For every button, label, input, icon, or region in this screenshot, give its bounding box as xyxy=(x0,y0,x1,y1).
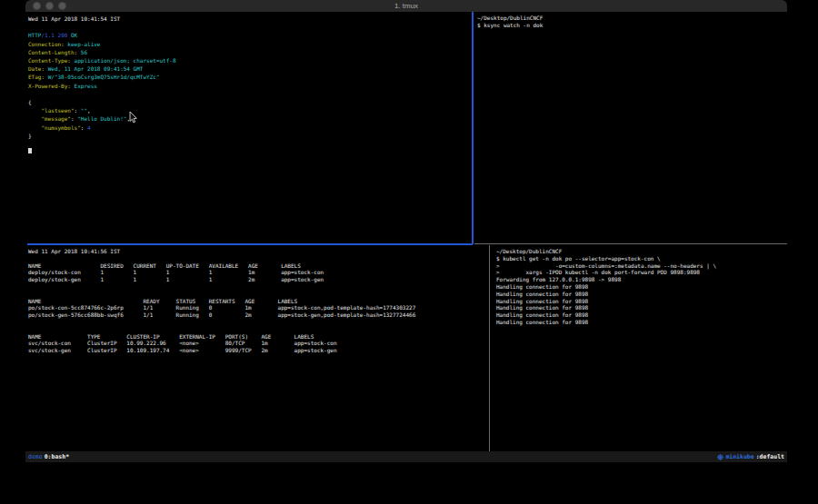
terminal-text: Handling connection for 9898 xyxy=(496,283,588,290)
terminal-line: ~/Desktop/DublinCNCF xyxy=(477,15,790,22)
terminal-text: X-Powered-By: xyxy=(28,83,71,89)
terminal-text: Content-Length: xyxy=(28,49,77,55)
terminal-text: W/"38-05coCsrg3mQ75sHr1d/qcMTwYZc" xyxy=(45,74,159,80)
terminal-text: "" xyxy=(81,107,87,114)
terminal-line: Handling connection for 9898 xyxy=(496,283,792,291)
helm-wheel-icon xyxy=(717,454,723,460)
session-name: demo xyxy=(28,453,43,460)
terminal-text: 56 xyxy=(77,49,87,55)
terminal-text: } xyxy=(28,133,32,139)
terminal-line: Connection: keep-alive xyxy=(28,40,474,48)
window-title: 1. tmux xyxy=(25,0,787,12)
terminal-line: NAME TYPE CLUSTER-IP EXTERNAL-IP PORT(S)… xyxy=(28,333,492,341)
terminal-text: application/json; charset=utf-8 xyxy=(71,57,176,64)
terminal-cursor xyxy=(28,148,32,153)
terminal-line: } xyxy=(28,132,474,140)
terminal-text: Express xyxy=(71,83,97,89)
terminal-line: NAME DESIRED CURRENT UP-TO-DATE AVAILABL… xyxy=(28,262,492,270)
terminal-text: Wed, 11 Apr 2018 09:41:54 GMT xyxy=(45,65,143,72)
terminal-text: ETag: xyxy=(28,74,45,80)
kube-context: minikube xyxy=(725,453,753,460)
pane-ksync[interactable]: ~/Desktop/DublinCNCF$ ksync watch -n dok xyxy=(474,12,790,246)
terminal-text: Content-Type: xyxy=(28,57,71,64)
terminal-line: deploy/stock-con 1 1 1 1 1m app=stock-co… xyxy=(28,269,492,276)
terminal-text: : xyxy=(75,107,81,114)
pane-kubectl-get[interactable]: Wed 11 Apr 2018 10:41:56 IST NAME DESIRE… xyxy=(25,245,492,454)
terminal-text: Date: xyxy=(28,65,45,72)
terminal-line: Date: Wed, 11 Apr 2018 09:41:54 GMT xyxy=(28,64,474,73)
terminal-text: /1.1 200 xyxy=(41,32,71,38)
window-tab[interactable]: 0:bash* xyxy=(45,453,69,460)
terminal-line: > -o=custom-columns=:metadata.name --no-… xyxy=(496,262,792,270)
terminal-text: svc/stock-gen ClusterIP 10.109.197.74 <n… xyxy=(28,347,337,353)
terminal-text: NAME TYPE CLUSTER-IP EXTERNAL-IP PORT(S)… xyxy=(28,333,314,340)
terminal-text: , xyxy=(87,107,91,114)
terminal-text: $ kubectl get -n dok po --selector=app=s… xyxy=(496,255,661,262)
kube-namespace: :default xyxy=(756,453,784,460)
pane-port-forward[interactable]: ~/Desktop/DublinCNCF$ kubectl get -n dok… xyxy=(492,245,792,454)
terminal-line: Handling connection for 9898 xyxy=(496,298,792,305)
terminal-line: NAME READY STATUS RESTARTS AGE LABELS xyxy=(28,298,492,305)
terminal-line: "numsymbols": 4 xyxy=(28,124,474,132)
terminal-text: Connection: xyxy=(28,41,65,47)
terminal-text: Handling connection for 9898 xyxy=(496,291,588,297)
terminal-line xyxy=(28,326,492,333)
pane-divider-horizontal-right[interactable] xyxy=(474,243,787,244)
terminal-text: po/stock-gen-576cc688bb-swqf6 1/1 Runnin… xyxy=(28,311,415,318)
terminal-text: po/stock-con-5cc874766c-2p6rp 1/1 Runnin… xyxy=(28,304,415,311)
terminal-text: ~/Desktop/DublinCNCF xyxy=(496,248,562,254)
terminal-line: "message": "Hello Dublin!", xyxy=(28,114,474,123)
terminal-text: Handling connection for 9898 xyxy=(496,311,588,318)
pane-divider-vertical-top[interactable] xyxy=(472,12,474,244)
terminal-text: NAME DESIRED CURRENT UP-TO-DATE AVAILABL… xyxy=(28,262,301,269)
terminal-text: ~/Desktop/DublinCNCF xyxy=(477,15,543,21)
terminal-text: Wed 11 Apr 2018 10:41:54 IST xyxy=(28,15,120,22)
terminal-text: NAME READY STATUS RESTARTS AGE LABELS xyxy=(28,298,297,304)
terminal-line: po/stock-con-5cc874766c-2p6rp 1/1 Runnin… xyxy=(28,304,492,311)
terminal-text: { xyxy=(28,99,32,105)
terminal-text: Handling connection for 9898 xyxy=(496,304,588,311)
terminal-line: Content-Type: application/json; charset=… xyxy=(28,56,474,64)
terminal-line xyxy=(28,23,474,31)
terminal-text: OK xyxy=(71,32,77,38)
terminal-line: Forwarding from 127.0.0.1:9898 -> 9898 xyxy=(496,276,792,283)
terminal-text: svc/stock-con ClusterIP 10.99.222.96 <no… xyxy=(28,340,337,346)
terminal-line: po/stock-gen-576cc688bb-swqf6 1/1 Runnin… xyxy=(28,311,492,319)
terminal-text: HTTP xyxy=(28,32,41,38)
terminal-line xyxy=(28,140,474,148)
terminal-line: { xyxy=(28,98,474,106)
pane-divider-vertical-bottom[interactable] xyxy=(489,245,490,451)
terminal-line: Wed 11 Apr 2018 10:41:54 IST xyxy=(28,15,474,23)
pane-divider-horizontal-left[interactable] xyxy=(27,243,473,245)
terminal-text: Handling connection for 9898 xyxy=(496,319,588,325)
title-bar[interactable]: 1. tmux xyxy=(25,0,787,12)
terminal-line xyxy=(28,319,492,326)
terminal-line: $ kubectl get -n dok po --selector=app=s… xyxy=(496,255,792,262)
terminal-line: ~/Desktop/DublinCNCF xyxy=(496,248,792,255)
terminal-text: "message" xyxy=(28,115,71,122)
terminal-text: "Hello Dublin!" xyxy=(77,115,126,122)
terminal-text: keep-alive xyxy=(65,41,101,47)
terminal-text: deploy/stock-con 1 1 1 1 1m app=stock-co… xyxy=(28,269,324,275)
terminal-text: Wed 11 Apr 2018 10:41:56 IST xyxy=(28,248,120,254)
terminal-line xyxy=(28,90,474,98)
terminal-window: 1. tmux Wed 11 Apr 2018 10:41:54 IST HTT… xyxy=(25,0,787,463)
terminal-text: "lastseen" xyxy=(28,107,75,114)
pane-http-response[interactable]: Wed 11 Apr 2018 10:41:54 IST HTTP/1.1 20… xyxy=(25,12,474,246)
tmux-status-bar: demo 0:bash* minikube:default xyxy=(25,451,787,462)
terminal-line: Handling connection for 9898 xyxy=(496,291,792,298)
terminal-line xyxy=(28,283,492,291)
terminal-text: > xargs -IPOD kubectl -n dok port-forwar… xyxy=(496,269,700,275)
terminal-text: , xyxy=(126,115,130,122)
terminal-text: deploy/stock-gen 1 1 1 1 2m app=stock-ge… xyxy=(28,276,324,282)
terminal-line: > xargs -IPOD kubectl -n dok port-forwar… xyxy=(496,269,792,276)
terminal-line: Wed 11 Apr 2018 10:41:56 IST xyxy=(28,248,492,255)
terminal-text: "numsymbols" xyxy=(28,124,81,131)
terminal-text: Forwarding from 127.0.0.1:9898 -> 9898 xyxy=(496,276,621,282)
desktop: 1. tmux Wed 11 Apr 2018 10:41:54 IST HTT… xyxy=(0,0,818,504)
terminal-text: 4 xyxy=(87,124,91,131)
terminal-line xyxy=(28,255,492,262)
terminal-line: svc/stock-gen ClusterIP 10.109.197.74 <n… xyxy=(28,347,492,354)
terminal-line: Content-Length: 56 xyxy=(28,48,474,56)
terminal-text: : xyxy=(81,124,87,131)
